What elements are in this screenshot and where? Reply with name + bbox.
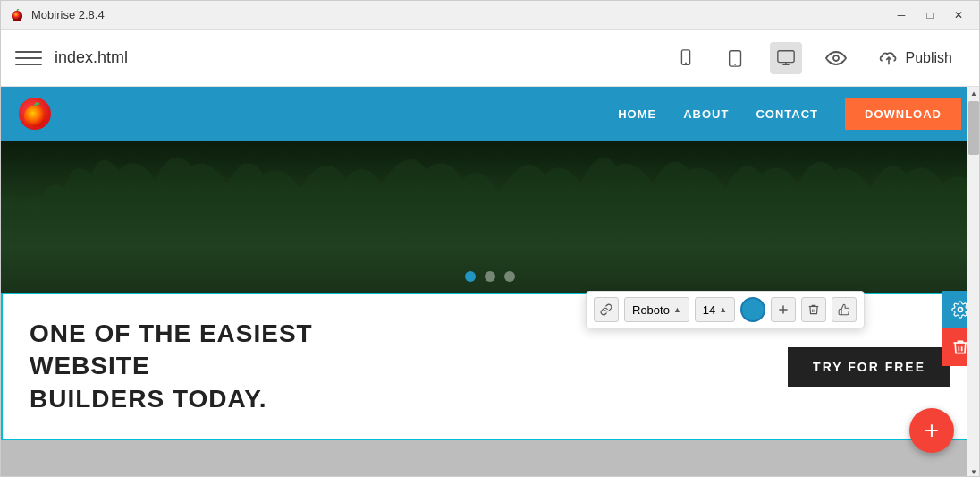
logo-image <box>19 98 51 130</box>
try-button[interactable]: TRY FOR FREE <box>788 347 950 387</box>
hamburger-line <box>15 57 42 59</box>
link-button[interactable] <box>594 297 619 322</box>
desktop-icon <box>776 48 796 68</box>
hamburger-line <box>15 64 42 65</box>
mobile-view-button[interactable] <box>670 42 702 74</box>
app-title: Mobirise 2.8.4 <box>31 8 890 21</box>
font-selector[interactable]: Roboto ▲ <box>624 297 689 322</box>
carousel-dots <box>465 271 515 282</box>
scroll-down-arrow[interactable]: ▼ <box>967 465 979 477</box>
svg-point-14 <box>959 308 963 312</box>
nav-home[interactable]: HOME <box>618 107 656 121</box>
font-size-selector[interactable]: 14 ▲ <box>695 297 735 322</box>
hamburger-line <box>15 51 42 53</box>
like-button[interactable] <box>832 297 857 322</box>
svg-point-11 <box>24 106 46 127</box>
header-actions: Publish <box>820 41 965 75</box>
mobile-icon <box>676 48 696 68</box>
site-navbar: HOME ABOUT CONTACT DOWNLOAD <box>1 87 979 141</box>
svg-point-3 <box>685 62 687 64</box>
preview-area: HOME ABOUT CONTACT DOWNLOAD ONE OF THE E… <box>1 87 979 477</box>
maximize-button[interactable]: □ <box>918 6 942 24</box>
add-element-button[interactable] <box>771 297 796 322</box>
scroll-up-arrow[interactable]: ▲ <box>967 87 979 99</box>
hero-heading: ONE OF THE EASIEST WEBSITE BUILDERS TODA… <box>30 318 387 415</box>
nav-about[interactable]: ABOUT <box>683 107 729 121</box>
publish-label: Publish <box>906 50 952 66</box>
preview-button[interactable] <box>820 42 852 74</box>
svg-point-9 <box>833 55 839 61</box>
cloud-upload-icon <box>879 48 899 68</box>
svg-point-5 <box>734 64 735 64</box>
delete-element-button[interactable] <box>801 297 826 322</box>
dot-2[interactable] <box>485 271 495 282</box>
site-logo <box>19 98 51 130</box>
svg-rect-4 <box>729 50 740 65</box>
dot-1[interactable] <box>465 271 476 282</box>
link-icon <box>600 303 612 316</box>
tablet-view-button[interactable] <box>720 42 752 74</box>
text-toolbar: Roboto ▲ 14 ▲ <box>586 291 865 328</box>
window-controls: ─ □ ✕ <box>890 6 970 24</box>
nav-download-button[interactable]: DOWNLOAD <box>845 98 961 130</box>
menu-button[interactable] <box>15 45 42 72</box>
device-selector <box>670 42 802 74</box>
dot-3[interactable] <box>504 271 515 282</box>
eye-icon <box>825 47 847 69</box>
desktop-view-button[interactable] <box>770 42 802 74</box>
app-header: index.html <box>1 30 979 87</box>
scrollbar[interactable]: ▲ ▼ <box>967 87 979 477</box>
logo-apple-icon <box>21 99 49 128</box>
site-nav-links: HOME ABOUT CONTACT DOWNLOAD <box>618 98 961 130</box>
close-button[interactable]: ✕ <box>947 6 970 24</box>
bottom-section <box>1 440 979 477</box>
trash-icon <box>807 303 820 316</box>
size-arrow-icon: ▲ <box>719 305 727 314</box>
forest-silhouette <box>1 141 979 293</box>
minimize-button[interactable]: ─ <box>890 6 913 24</box>
hero-section <box>1 141 979 293</box>
scrollbar-thumb[interactable] <box>968 101 979 155</box>
file-name: index.html <box>55 48 670 67</box>
svg-rect-6 <box>777 50 793 62</box>
font-arrow-icon: ▲ <box>673 305 681 314</box>
thumbsup-icon <box>838 303 850 316</box>
tablet-icon <box>726 48 746 68</box>
color-picker[interactable] <box>740 297 765 322</box>
svg-point-1 <box>12 11 22 21</box>
titlebar: Mobirise 2.8.4 ─ □ ✕ <box>1 1 979 30</box>
nav-contact[interactable]: CONTACT <box>756 107 818 121</box>
add-section-button[interactable]: + <box>909 408 954 453</box>
publish-button[interactable]: Publish <box>866 41 965 75</box>
app-logo-icon <box>10 8 24 22</box>
plus-icon <box>777 303 790 316</box>
